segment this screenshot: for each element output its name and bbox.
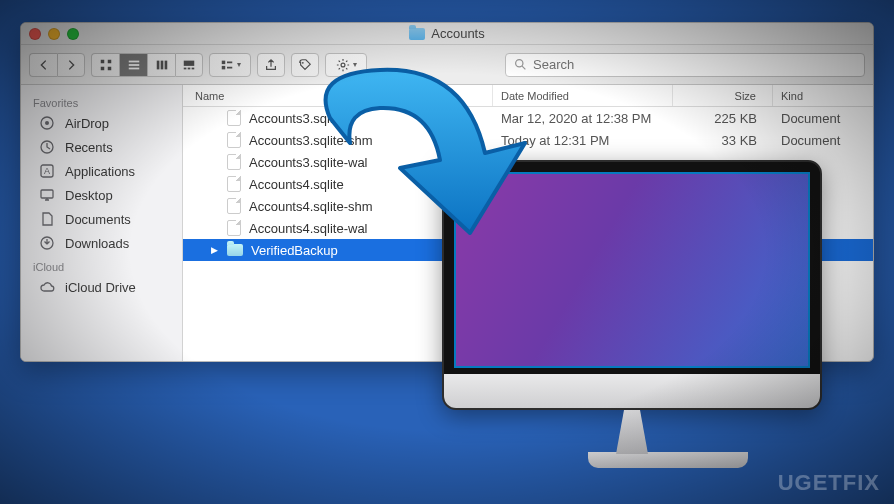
folder-icon — [227, 244, 243, 256]
columns-icon — [155, 58, 169, 72]
view-group — [91, 53, 203, 77]
svg-rect-11 — [184, 67, 187, 69]
chevron-right-icon — [64, 58, 78, 72]
sidebar-item-documents[interactable]: Documents — [21, 207, 182, 231]
sidebar-item-label: AirDrop — [65, 116, 109, 131]
window-title-text: Accounts — [431, 26, 484, 41]
imac-stand — [588, 410, 676, 470]
nav-group — [29, 53, 85, 77]
forward-button[interactable] — [57, 53, 85, 77]
file-icon — [227, 176, 241, 192]
column-view-button[interactable] — [147, 53, 175, 77]
chevron-left-icon — [37, 58, 51, 72]
file-name: Accounts4.sqlite-shm — [249, 199, 373, 214]
minimize-button[interactable] — [48, 28, 60, 40]
svg-rect-14 — [221, 60, 225, 64]
clock-icon — [39, 139, 55, 155]
cell-kind: Document — [773, 107, 873, 129]
action-button[interactable]: ▾ — [325, 53, 367, 77]
svg-rect-15 — [221, 65, 225, 69]
zoom-button[interactable] — [67, 28, 79, 40]
group-icon — [220, 58, 234, 72]
svg-rect-9 — [164, 60, 167, 69]
gallery-icon — [182, 58, 196, 72]
sidebar-item-label: iCloud Drive — [65, 280, 136, 295]
svg-rect-5 — [128, 64, 139, 66]
imac-chin — [444, 374, 820, 408]
back-button[interactable] — [29, 53, 57, 77]
column-size[interactable]: Size — [673, 85, 773, 106]
imac-illustration — [442, 160, 822, 490]
group-by-button[interactable]: ▾ — [209, 53, 251, 77]
sidebar-item-airdrop[interactable]: AirDrop — [21, 111, 182, 135]
column-kind[interactable]: Kind — [773, 85, 873, 106]
svg-point-20 — [516, 60, 523, 67]
sidebar-section-favorites: Favorites — [21, 91, 182, 111]
list-view-button[interactable] — [119, 53, 147, 77]
svg-rect-1 — [107, 59, 111, 63]
sidebar-item-applications[interactable]: A Applications — [21, 159, 182, 183]
cloud-icon — [39, 279, 55, 295]
list-icon — [127, 58, 141, 72]
svg-line-21 — [522, 66, 525, 69]
svg-rect-4 — [128, 60, 139, 62]
sidebar-item-label: Documents — [65, 212, 131, 227]
grid-icon — [99, 58, 113, 72]
svg-rect-13 — [192, 67, 195, 69]
svg-rect-3 — [107, 66, 111, 70]
search-field[interactable] — [505, 53, 865, 77]
close-button[interactable] — [29, 28, 41, 40]
watermark: UGETFIX — [778, 470, 880, 496]
file-icon — [227, 132, 241, 148]
file-row[interactable]: Accounts3.sqliteMar 12, 2020 at 12:38 PM… — [183, 107, 873, 129]
column-name[interactable]: Name — [183, 85, 493, 106]
svg-rect-27 — [41, 190, 53, 198]
applications-icon: A — [39, 163, 55, 179]
folder-icon — [409, 28, 425, 40]
imac-screen — [442, 160, 822, 410]
tags-button[interactable] — [291, 53, 319, 77]
chevron-down-icon: ▾ — [353, 60, 357, 69]
svg-rect-8 — [160, 60, 163, 69]
svg-point-23 — [45, 121, 49, 125]
svg-rect-2 — [100, 66, 104, 70]
file-name: Accounts3.sqlite — [249, 111, 344, 126]
icon-view-button[interactable] — [91, 53, 119, 77]
gear-icon — [336, 58, 350, 72]
sidebar-item-label: Downloads — [65, 236, 129, 251]
sidebar-item-recents[interactable]: Recents — [21, 135, 182, 159]
disclosure-triangle-icon[interactable]: ▶ — [209, 245, 219, 255]
column-date-modified[interactable]: Date Modified — [493, 85, 673, 106]
tag-icon — [298, 58, 312, 72]
file-row[interactable]: Accounts3.sqlite-shmToday at 12:31 PM33 … — [183, 129, 873, 151]
documents-icon — [39, 211, 55, 227]
svg-rect-16 — [227, 61, 232, 63]
share-button[interactable] — [257, 53, 285, 77]
file-name: Accounts4.sqlite — [249, 177, 344, 192]
svg-point-19 — [341, 63, 345, 67]
sidebar-item-desktop[interactable]: Desktop — [21, 183, 182, 207]
traffic-lights — [29, 28, 79, 40]
file-icon — [227, 220, 241, 236]
sidebar-section-icloud: iCloud — [21, 255, 182, 275]
sidebar-item-label: Recents — [65, 140, 113, 155]
sidebar-item-icloud-drive[interactable]: iCloud Drive — [21, 275, 182, 299]
search-icon — [514, 58, 527, 71]
file-name: VerifiedBackup — [251, 243, 338, 258]
sidebar: Favorites AirDrop Recents A Applications… — [21, 85, 183, 361]
chevron-down-icon: ▾ — [237, 60, 241, 69]
share-icon — [264, 58, 278, 72]
gallery-view-button[interactable] — [175, 53, 203, 77]
sidebar-item-downloads[interactable]: Downloads — [21, 231, 182, 255]
sidebar-item-label: Applications — [65, 164, 135, 179]
svg-point-18 — [302, 61, 304, 63]
file-name: Accounts3.sqlite-wal — [249, 155, 368, 170]
file-name: Accounts4.sqlite-wal — [249, 221, 368, 236]
search-input[interactable] — [533, 57, 856, 72]
svg-rect-6 — [128, 67, 139, 69]
cell-date: Today at 12:31 PM — [493, 129, 673, 151]
titlebar[interactable]: Accounts — [21, 23, 873, 45]
svg-text:A: A — [44, 166, 50, 176]
cell-size: 33 KB — [673, 129, 773, 151]
airdrop-icon — [39, 115, 55, 131]
